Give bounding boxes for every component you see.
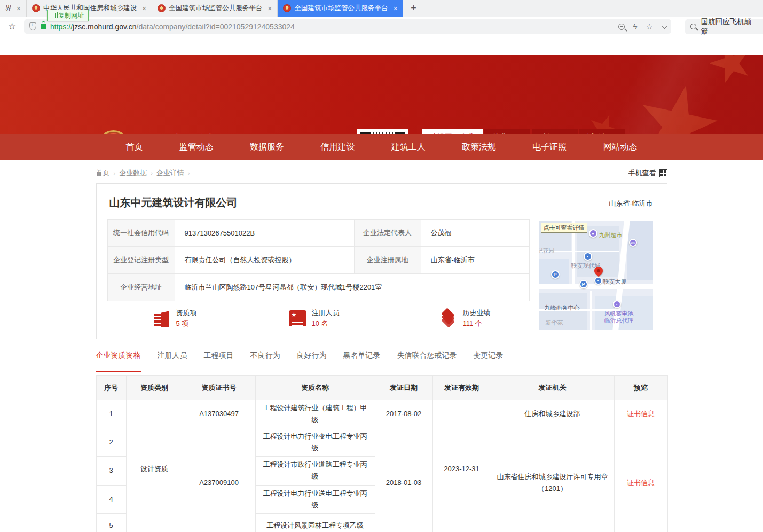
tab-qualifications[interactable]: 企业资质资格 xyxy=(96,351,141,372)
stat-qualifications[interactable]: 资质项 5 项 xyxy=(153,308,197,329)
search-tab-personnel[interactable]: 从业人员 xyxy=(484,129,530,134)
breadcrumb-separator: › xyxy=(114,170,116,176)
qualification-name: 工程设计电力行业变电工程专业丙级 xyxy=(255,428,375,457)
row-no: 3 xyxy=(96,457,126,485)
row-no: 4 xyxy=(96,485,126,513)
ministry-name: 中华人民共和国住房和城乡建设部 xyxy=(132,133,256,134)
tab-bar: 界 × ★ 中华人民共和国住房和城乡建设 × ★ 全国建筑市场监管公共服务平台 … xyxy=(0,0,763,17)
info-label: 企业法定代表人 xyxy=(354,220,421,247)
nav-item-ecert[interactable]: 电子证照 xyxy=(532,142,567,153)
building-marker-icon: ▪ xyxy=(584,252,592,261)
qualification-category: 设计资质 xyxy=(126,400,183,532)
zoom-out-icon[interactable] xyxy=(618,24,625,30)
stat-historical-performance[interactable]: 历史业绩 111 个 xyxy=(438,308,491,329)
certificate-icon xyxy=(289,310,306,326)
certificate-info-link[interactable]: 证书信息 xyxy=(627,410,655,418)
search-tab-credit[interactable]: 诚信记录 xyxy=(579,129,625,134)
tab-change-records[interactable]: 变更记录 xyxy=(474,351,504,372)
tab-close-icon[interactable]: × xyxy=(142,5,146,12)
copy-icon xyxy=(51,13,56,18)
stat-registered-personnel[interactable]: 注册人员 10 名 xyxy=(289,308,340,329)
tab-good-behavior[interactable]: 良好行为 xyxy=(297,351,327,372)
search-tab-enterprise[interactable]: 建设工程企业 xyxy=(422,129,483,134)
tab-title: 全国建筑市场监管公共服务平台 xyxy=(294,4,388,13)
breadcrumb-separator: › xyxy=(188,170,190,176)
url-host: jzsc.mohurd.gov.cn xyxy=(73,22,137,31)
quick-search-text: 国航回应飞机颠簸 xyxy=(701,17,758,36)
emblem-favicon-icon: ★ xyxy=(283,4,291,12)
col-header-no: 序号 xyxy=(96,376,126,400)
stat-value: 111 个 xyxy=(463,318,491,329)
tab-bad-behavior[interactable]: 不良行为 xyxy=(250,351,280,372)
stat-label: 注册人员 xyxy=(312,308,340,318)
breadcrumb-separator: › xyxy=(151,170,153,176)
nav-item-supervision[interactable]: 监管动态 xyxy=(179,142,214,153)
breadcrumb-home[interactable]: 首页 xyxy=(96,168,110,178)
issuing-authority: 山东省住房和城乡建设厅许可专用章（1201） xyxy=(491,428,614,532)
tab-projects[interactable]: 工程项目 xyxy=(204,351,234,372)
detail-tabs: 企业资质资格 注册人员 工程项目 不良行为 良好行为 黑名单记录 失信联合惩戒记… xyxy=(96,351,667,372)
breadcrumb-company-data[interactable]: 企业数据 xyxy=(119,168,147,178)
tab-dishonesty[interactable]: 失信联合惩戒记录 xyxy=(397,351,457,372)
browser-tab-jzsc-active[interactable]: ★ 全国建筑市场监管公共服务平台 × xyxy=(278,0,403,17)
nav-item-home[interactable]: 首页 xyxy=(126,142,143,153)
col-header-validity: 发证有效期 xyxy=(432,376,491,400)
nav-item-data-service[interactable]: 数据服务 xyxy=(250,142,284,153)
url-actions: ϟ ☆ xyxy=(618,22,666,32)
url-field[interactable]: https://jzsc.mohurd.gov.cn/data/company/… xyxy=(24,19,671,34)
url-path: /data/company/detail?id=0021052912405330… xyxy=(137,22,295,31)
stat-label: 资质项 xyxy=(176,308,197,318)
tab-registered-personnel[interactable]: 注册人员 xyxy=(158,351,187,372)
mobile-view-button[interactable]: 手机查看 xyxy=(628,168,667,178)
address-bar-row: ☆ https://jzsc.mohurd.gov.cn/data/compan… xyxy=(0,17,763,36)
shield-plus-icon[interactable] xyxy=(29,22,36,30)
search-tab-project[interactable]: 建设项目 xyxy=(532,129,578,134)
row-no: 2 xyxy=(96,428,126,457)
col-header-issue-date: 发证日期 xyxy=(375,376,432,400)
tab-blacklist[interactable]: 黑名单记录 xyxy=(343,351,381,372)
breadcrumb-company-detail: 企业详情 xyxy=(156,168,184,178)
browser-tab-mohurd[interactable]: ★ 中华人民共和国住房和城乡建设 × xyxy=(27,0,152,17)
battery-marker-icon: ▪ xyxy=(613,300,621,308)
tab-close-icon[interactable]: × xyxy=(268,5,272,12)
url-text[interactable]: https://jzsc.mohurd.gov.cn/data/company/… xyxy=(50,22,612,31)
stat-label: 历史业绩 xyxy=(463,308,491,318)
qualification-table: 序号 资质类别 资质证书号 资质名称 发证日期 发证有效期 发证机关 预览 1 … xyxy=(96,375,668,532)
page-top-gap xyxy=(0,36,763,55)
nav-item-credit[interactable]: 信用建设 xyxy=(320,142,355,153)
cert-no: A237009100 xyxy=(183,428,255,532)
building-icon xyxy=(153,310,171,327)
nav-item-site-news[interactable]: 网站动态 xyxy=(603,142,637,153)
emblem-favicon-icon: ★ xyxy=(158,4,166,12)
main-nav: 首页 监管动态 数据服务 信用建设 建筑工人 政策法规 电子证照 网站动态 xyxy=(0,134,763,160)
tower-marker-icon: ▪ xyxy=(594,277,602,285)
nav-item-workers[interactable]: 建筑工人 xyxy=(391,142,426,153)
favorite-star-icon[interactable]: ☆ xyxy=(646,22,653,32)
mobile-view-label: 手机查看 xyxy=(628,168,656,178)
new-tab-button[interactable]: + xyxy=(403,0,424,17)
browser-chrome: 界 × ★ 中华人民共和国住房和城乡建设 × ★ 全国建筑市场监管公共服务平台 … xyxy=(0,0,763,36)
registration-type-value: 有限责任公司（自然人投资或控股） xyxy=(175,247,354,274)
tab-close-icon[interactable]: × xyxy=(393,5,397,12)
location-map[interactable]: 点击可查看详情 ● 九州超市 ATM 纪花园 ▪ 联安现代城 ▪ 联安大厦 P … xyxy=(539,221,653,330)
browser-tab-jzsc-1[interactable]: ★ 全国建筑市场监管公共服务平台 × xyxy=(152,0,278,17)
chevron-down-icon[interactable] xyxy=(662,22,667,28)
quick-search-box[interactable]: 国航回应飞机颠簸 xyxy=(685,19,763,34)
company-stats: 资质项 5 项 注册人员 10 名 历史业绩 111 个 xyxy=(107,308,529,329)
search-category-tabs: 建设工程企业 从业人员 建设项目 诚信记录 xyxy=(422,129,660,134)
tab-close-icon[interactable]: × xyxy=(17,5,21,12)
certificate-info-link[interactable]: 证书信息 xyxy=(627,479,655,487)
layers-icon xyxy=(438,309,458,327)
info-label: 企业登记注册类型 xyxy=(107,247,175,274)
site-brand: 中华人民共和国住房和城乡建设部 www.mohurd.gov.cn 全国建筑市场… xyxy=(132,133,360,134)
search-icon xyxy=(690,24,696,29)
browser-tab-partial[interactable]: 界 × xyxy=(0,0,27,17)
bookmark-star-icon[interactable]: ☆ xyxy=(0,21,24,32)
copy-url-tooltip[interactable]: 复制网址 xyxy=(47,10,89,21)
nav-item-policy[interactable]: 政策法规 xyxy=(462,142,496,153)
company-info-table: 统一社会信用代码 91371302675501022B 企业法定代表人 公茂福 … xyxy=(107,219,530,301)
validity-date: 2023-12-31 xyxy=(432,400,491,532)
row-no: 5 xyxy=(96,513,126,532)
lightning-icon[interactable]: ϟ xyxy=(633,22,638,31)
page-content: 首页 › 企业数据 › 企业详情 › 手机查看 山东中元建筑设计有限公司 山东省… xyxy=(96,168,667,532)
